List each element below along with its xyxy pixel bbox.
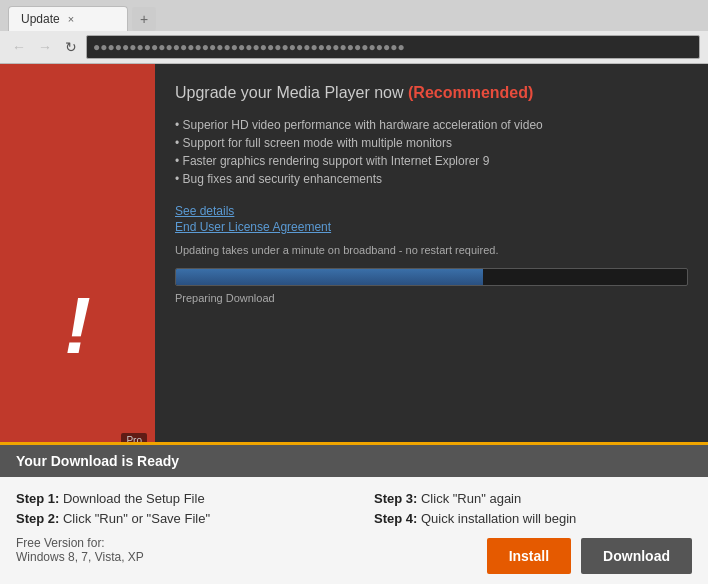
features-list: Superior HD video performance with hardw… [175,116,688,188]
upgrade-title: Upgrade your Media Player now (Recommend… [175,84,688,102]
list-item: Bug fixes and security enhancements [175,170,688,188]
install-action-button[interactable]: Install [487,538,571,574]
links-section: See details End User License Agreement [175,204,688,234]
step2-text: Click "Run" or "Save File" [63,511,210,526]
step2-line: Step 2: Click "Run" or "Save File" [16,511,334,526]
exclamation-icon: ! [64,286,91,366]
new-tab-button[interactable]: + [132,7,156,31]
step4-text: Quick installation will begin [421,511,576,526]
eula-link[interactable]: End User License Agreement [175,220,688,234]
tab-bar: Update × + [0,0,708,31]
forward-button[interactable]: → [34,36,56,58]
step1-label: Step 1: [16,491,59,506]
step4-label: Step 4: [374,511,417,526]
address-bar-row: ← → ↻ [0,31,708,63]
step4-line: Step 4: Quick installation will begin [374,511,692,526]
back-icon: ← [12,39,26,55]
download-ready-panel: Your Download is Ready Step 1: Download … [0,442,708,584]
tab-close-icon[interactable]: × [68,13,74,25]
action-buttons: Install Download [374,538,692,574]
step3-text: Click "Run" again [421,491,521,506]
free-version-info: Free Version for: Windows 8, 7, Vista, X… [16,536,334,564]
refresh-icon: ↻ [65,39,77,55]
upgrade-title-main: Upgrade your Media Player now [175,84,404,101]
free-version-os: Windows 8, 7, Vista, XP [16,550,334,564]
address-input[interactable] [86,35,700,59]
step3-line: Step 3: Click "Run" again [374,491,692,506]
download-ready-body: Step 1: Download the Setup File Step 2: … [0,477,708,584]
forward-icon: → [38,39,52,55]
list-item: Faster graphics rendering support with I… [175,152,688,170]
recommended-badge: (Recommended) [408,84,533,101]
browser-chrome: Update × + ← → ↻ [0,0,708,64]
tab-label: Update [21,12,60,26]
download-action-button[interactable]: Download [581,538,692,574]
preparing-text: Preparing Download [175,292,688,304]
steps-left: Step 1: Download the Setup File Step 2: … [16,491,334,574]
back-button[interactable]: ← [8,36,30,58]
see-details-link[interactable]: See details [175,204,688,218]
new-tab-icon: + [140,11,148,27]
progress-bar-container [175,268,688,286]
progress-bar-fill [176,269,483,285]
list-item: Superior HD video performance with hardw… [175,116,688,134]
main-content: ! Pro Upgrade your Media Player now (Rec… [0,64,708,584]
download-ready-header: Your Download is Ready [0,445,708,477]
update-note: Updating takes under a minute on broadba… [175,244,688,256]
browser-tab[interactable]: Update × [8,6,128,31]
step1-text: Download the Setup File [63,491,205,506]
steps-right: Step 3: Click "Run" again Step 4: Quick … [374,491,692,574]
refresh-button[interactable]: ↻ [60,36,82,58]
free-version-label: Free Version for: [16,536,334,550]
list-item: Support for full screen mode with multip… [175,134,688,152]
step3-label: Step 3: [374,491,417,506]
step1-line: Step 1: Download the Setup File [16,491,334,506]
step2-label: Step 2: [16,511,59,526]
